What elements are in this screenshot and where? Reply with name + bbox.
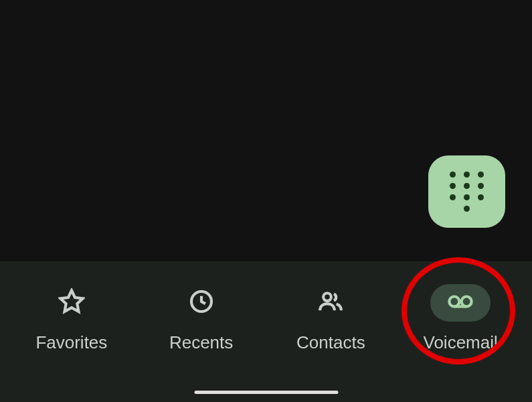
dialpad-icon	[450, 172, 484, 212]
nav-label: Recents	[169, 332, 233, 353]
nav-icon-wrap	[300, 284, 361, 322]
svg-point-3	[449, 296, 459, 306]
nav-icon-wrap	[171, 284, 232, 322]
home-indicator[interactable]	[194, 391, 338, 394]
nav-item-voicemail[interactable]: Voicemail	[395, 284, 525, 353]
clock-icon	[188, 288, 215, 318]
nav-label: Voicemail	[423, 332, 497, 353]
svg-point-4	[462, 296, 472, 306]
svg-marker-0	[60, 290, 82, 312]
star-icon	[58, 288, 85, 318]
content-area	[0, 0, 532, 261]
nav-label: Favorites	[35, 332, 107, 353]
svg-point-2	[324, 293, 332, 301]
nav-label: Contacts	[296, 332, 365, 353]
dialpad-fab-button[interactable]	[428, 155, 505, 228]
voicemail-icon	[447, 288, 474, 318]
people-icon	[317, 288, 344, 318]
nav-item-contacts[interactable]: Contacts	[266, 284, 396, 353]
nav-icon-wrap	[430, 284, 491, 322]
nav-item-favorites[interactable]: Favorites	[7, 284, 137, 353]
bottom-navigation-bar: Favorites Recents Contacts	[0, 261, 532, 402]
nav-icon-wrap	[41, 284, 102, 322]
nav-item-recents[interactable]: Recents	[137, 284, 266, 353]
